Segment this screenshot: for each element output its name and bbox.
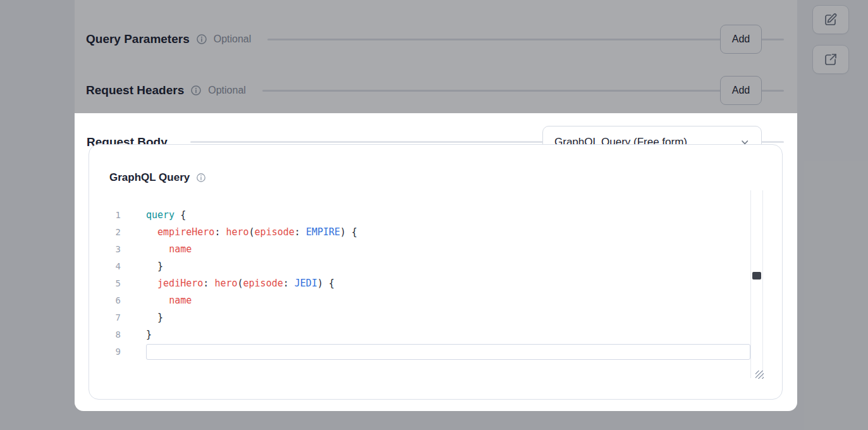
code-line: query { bbox=[146, 207, 357, 224]
scrollbar-thumb[interactable] bbox=[752, 272, 761, 280]
editor-scrollbar[interactable] bbox=[750, 190, 763, 378]
code-line: } bbox=[146, 258, 357, 275]
code-line: jediHero: hero(episode: JEDI) { bbox=[146, 275, 357, 292]
line-number: 7 bbox=[101, 309, 121, 326]
editor-resize-handle[interactable] bbox=[755, 371, 764, 379]
line-number: 6 bbox=[101, 292, 121, 309]
line-number-gutter: 123456789 bbox=[101, 207, 121, 360]
line-number: 2 bbox=[101, 224, 121, 241]
line-number: 9 bbox=[101, 343, 121, 360]
line-number: 5 bbox=[101, 275, 121, 292]
request-body-section: Request Body GraphQL Query (Free form) G… bbox=[75, 113, 797, 411]
graphql-code-editor[interactable]: query { empireHero: hero(episode: EMPIRE… bbox=[146, 207, 357, 360]
code-line: name bbox=[146, 292, 357, 309]
code-line: } bbox=[146, 326, 357, 343]
graphql-query-label: GraphQL Query bbox=[109, 171, 190, 184]
code-line: } bbox=[146, 309, 357, 326]
graphql-query-label-row: GraphQL Query bbox=[109, 171, 206, 184]
code-line: name bbox=[146, 241, 357, 258]
code-line: empireHero: hero(episode: EMPIRE) { bbox=[146, 224, 357, 241]
info-icon[interactable] bbox=[196, 173, 206, 183]
line-number: 4 bbox=[101, 258, 121, 275]
line-number: 3 bbox=[101, 241, 121, 258]
graphql-query-panel: GraphQL Query 123456789 query { empireHe… bbox=[89, 144, 783, 400]
line-number: 1 bbox=[101, 207, 121, 224]
cursor-line-highlight bbox=[146, 344, 750, 360]
line-number: 8 bbox=[101, 326, 121, 343]
